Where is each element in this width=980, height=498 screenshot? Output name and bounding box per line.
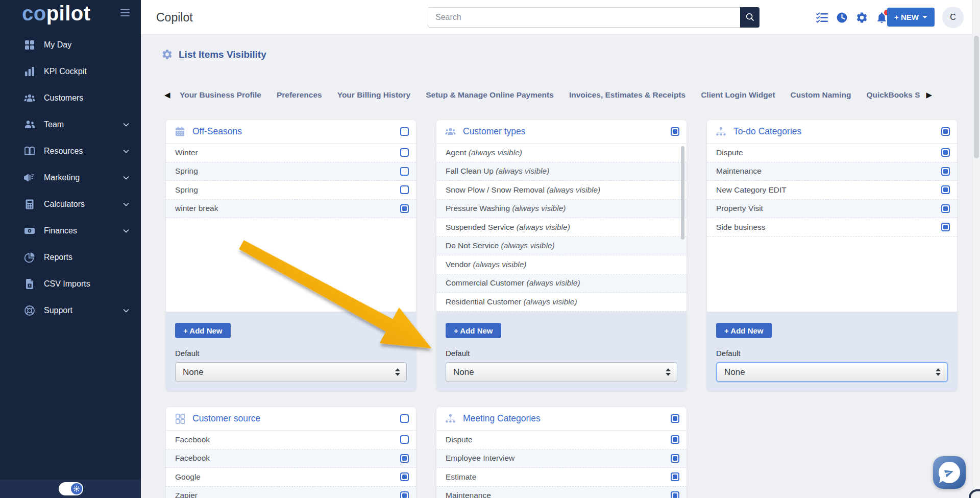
page-scrollbar-thumb[interactable] (974, 36, 979, 158)
list-item: Property Visit (707, 200, 957, 219)
add-new-button[interactable]: + Add New (175, 323, 231, 338)
select-arrows-icon (395, 368, 400, 376)
tasks-icon[interactable] (816, 11, 828, 24)
item-visibility-checkbox[interactable] (941, 167, 950, 176)
tab-your-billing-history[interactable]: Your Billing History (337, 90, 411, 100)
panel-visibility-checkbox[interactable] (400, 127, 409, 136)
item-visibility-checkbox[interactable] (400, 435, 409, 444)
page-header: List Items Visibility (161, 49, 266, 60)
item-visibility-checkbox[interactable] (941, 185, 950, 194)
calendar-icon (174, 126, 186, 137)
panel-customer-source: Customer sourceFacebookFacebookGoogleZap… (166, 407, 416, 498)
list-item: Do Not Service (always visible) (436, 237, 687, 256)
team-icon (23, 118, 36, 131)
customer-types-icon (445, 126, 456, 137)
panel-header: Customer types (436, 120, 687, 144)
item-visibility-checkbox[interactable] (941, 223, 950, 231)
avatar[interactable]: C (942, 7, 964, 28)
bell-icon[interactable] (875, 11, 888, 24)
panel-title: Off-Seasons (192, 126, 400, 137)
list-item: Dispute (436, 431, 687, 449)
item-visibility-checkbox[interactable] (400, 472, 409, 481)
panel-off-seasons: Off-SeasonsWinterSpringSpringwinter brea… (166, 120, 416, 391)
add-new-button[interactable]: + Add New (716, 323, 772, 338)
item-visibility-checkbox[interactable] (671, 491, 679, 498)
default-select[interactable]: None (175, 362, 407, 382)
list-item: Agent (always visible) (436, 144, 687, 162)
panel-visibility-checkbox[interactable] (941, 127, 950, 136)
sidebar-item-customers[interactable]: Customers (0, 85, 141, 111)
sidebar-item-label: Calculators (44, 200, 85, 209)
tab-quickbooks-s[interactable]: QuickBooks S (866, 90, 920, 100)
item-visibility-checkbox[interactable] (400, 454, 409, 463)
add-new-button[interactable]: + Add New (446, 323, 501, 338)
item-visibility-checkbox[interactable] (400, 148, 409, 157)
panel-visibility-checkbox[interactable] (671, 414, 679, 423)
item-visibility-checkbox[interactable] (941, 148, 950, 157)
sidebar-item-calculators[interactable]: Calculators (0, 191, 141, 218)
svg-text:x: x (29, 283, 31, 287)
panel-header: Meeting Categories (436, 407, 687, 431)
list-item: Spring (166, 162, 416, 181)
panel-footer: + Add NewDefaultNone (166, 312, 416, 391)
page-title: List Items Visibility (179, 49, 266, 60)
page-scrollbar[interactable] (972, 0, 980, 498)
default-label: Default (716, 349, 948, 358)
panel-visibility-checkbox[interactable] (671, 127, 679, 136)
sidebar-item-my-day[interactable]: My Day (0, 32, 141, 58)
tab-client-login-widget[interactable]: Client Login Widget (701, 90, 775, 100)
theme-toggle[interactable] (59, 482, 83, 495)
bar-chart-icon (23, 65, 36, 78)
gear-icon[interactable] (855, 11, 868, 24)
search-input[interactable] (428, 7, 740, 28)
sidebar-item-resources[interactable]: Resources (0, 138, 141, 164)
item-note: (always visible) (526, 278, 580, 287)
chevron-down-icon (121, 147, 131, 156)
item-visibility-checkbox[interactable] (400, 167, 409, 176)
item-visibility-checkbox[interactable] (671, 435, 679, 444)
sidebar-item-marketing[interactable]: Marketing (0, 164, 141, 191)
tabs-scroll-left-icon[interactable]: ◀ (164, 90, 174, 100)
sidebar-item-team[interactable]: Team (0, 111, 141, 138)
tab-setup-manage-online-payments[interactable]: Setup & Manage Online Payments (426, 90, 554, 100)
list-item: Commercial Customer (always visible) (436, 274, 687, 293)
banknote-icon (23, 225, 36, 237)
sidebar-item-support[interactable]: Support (0, 297, 141, 324)
topbar: Copilot (141, 0, 972, 35)
customers-icon (23, 92, 36, 104)
panel-title: Customer source (192, 413, 400, 424)
tab-your-business-profile[interactable]: Your Business Profile (180, 90, 261, 100)
item-visibility-checkbox[interactable] (400, 204, 409, 213)
tab-preferences[interactable]: Preferences (277, 90, 322, 100)
chat-widget-button[interactable] (933, 456, 966, 489)
panel-customer-types: Customer typesAgent (always visible)Fall… (436, 120, 687, 391)
sidebar-item-label: Reports (44, 253, 72, 262)
sidebar-item-reports[interactable]: Reports (0, 244, 141, 271)
chevron-down-icon (121, 226, 131, 235)
panel-scrollbar-thumb[interactable] (681, 146, 684, 240)
item-visibility-checkbox[interactable] (400, 491, 409, 498)
item-visibility-checkbox[interactable] (941, 204, 950, 213)
panel-to-do-categories: To-do CategoriesDisputeMaintenanceNew Ca… (707, 120, 957, 391)
panel-visibility-checkbox[interactable] (400, 414, 409, 423)
tab-custom-naming[interactable]: Custom Naming (791, 90, 851, 100)
book-icon (23, 145, 36, 157)
item-note: (always visible) (473, 260, 526, 269)
tab-invoices-estimates-receipts[interactable]: Invoices, Estimates & Receipts (569, 90, 685, 100)
sidebar-item-csv-imports[interactable]: xCSV Imports (0, 271, 141, 297)
item-visibility-checkbox[interactable] (671, 472, 679, 481)
sidebar-item-finances[interactable]: Finances (0, 218, 141, 244)
default-select[interactable]: None (446, 362, 677, 382)
default-select[interactable]: None (716, 362, 948, 382)
item-visibility-checkbox[interactable] (400, 185, 409, 194)
new-button[interactable]: + NEW (887, 8, 935, 27)
tabs-scroll-right-icon[interactable]: ▶ (926, 90, 935, 100)
sidebar-item-kpi-cockpit[interactable]: KPI Cockpit (0, 58, 141, 85)
search-button[interactable] (740, 7, 760, 28)
clock-icon[interactable] (836, 11, 848, 24)
item-visibility-checkbox[interactable] (671, 454, 679, 463)
hamburger-menu-icon[interactable] (120, 9, 130, 16)
sidebar-item-label: Marketing (44, 173, 80, 182)
list-item: Spring (166, 181, 416, 200)
csv-file-icon: x (23, 278, 36, 290)
